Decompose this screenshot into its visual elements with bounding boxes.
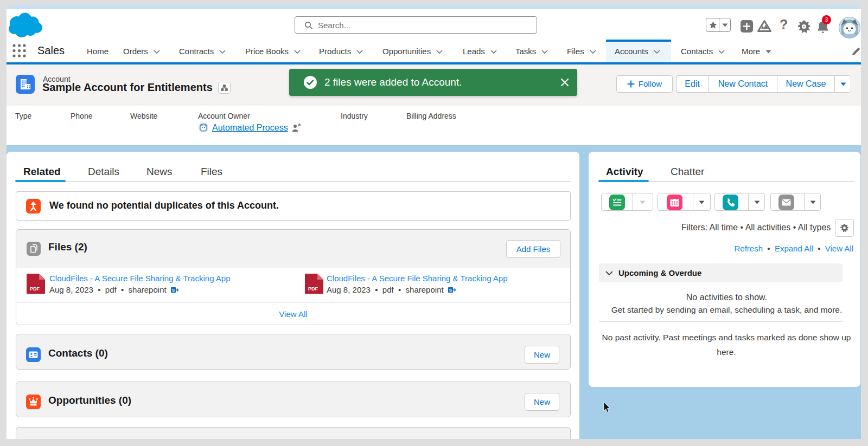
- svg-text:PDF: PDF: [30, 286, 40, 292]
- svg-text:S: S: [449, 288, 452, 293]
- svg-text:PDF: PDF: [308, 286, 318, 292]
- svg-text:S: S: [172, 288, 175, 293]
- svg-text:3: 3: [825, 17, 828, 23]
